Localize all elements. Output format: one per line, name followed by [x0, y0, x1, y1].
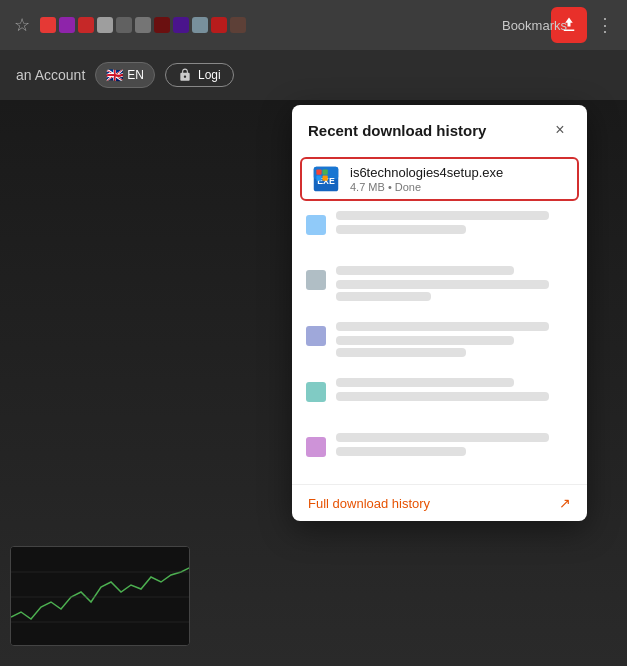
blurred-line — [336, 378, 514, 387]
svg-rect-8 — [323, 169, 328, 174]
download-item-blurred-1[interactable] — [292, 203, 587, 258]
theme-dot-slate — [192, 17, 208, 33]
panel-close-button[interactable]: × — [549, 119, 571, 141]
exe-file-icon: EXE — [312, 165, 340, 193]
flag-icon: 🇬🇧 — [106, 67, 123, 83]
theme-dot-purple — [59, 17, 75, 33]
language-button[interactable]: 🇬🇧 EN — [95, 62, 155, 88]
panel-title: Recent download history — [308, 122, 486, 139]
browser-navbar: an Account 🇬🇧 EN Logi — [0, 50, 627, 100]
svg-rect-10 — [323, 176, 328, 181]
blurred-line — [336, 322, 549, 331]
theme-dot-gray1 — [97, 17, 113, 33]
chart-thumbnail — [10, 546, 190, 646]
blurred-line — [336, 336, 514, 345]
blurred-line — [336, 433, 549, 442]
login-label: Logi — [198, 68, 221, 82]
blurred-line — [336, 348, 466, 357]
download-item-blurred-5[interactable] — [292, 425, 587, 480]
blurred-lines-4 — [336, 378, 573, 406]
theme-dot-darkred — [78, 17, 94, 33]
blurred-line — [336, 292, 431, 301]
blurred-icon-3 — [306, 326, 326, 346]
theme-colors — [40, 17, 246, 33]
blurred-line — [336, 225, 466, 234]
download-item-name: is6technologies4setup.exe — [350, 165, 567, 180]
external-link-icon[interactable]: ↗ — [559, 495, 571, 511]
blurred-icon-4 — [306, 382, 326, 402]
download-item-meta: 4.7 MB • Done — [350, 181, 567, 193]
svg-rect-9 — [316, 176, 321, 181]
theme-dot-gray3 — [135, 17, 151, 33]
account-text: an Account — [16, 67, 85, 83]
download-item-highlighted[interactable]: EXE is6technologies4setup.exe 4.7 MB • D… — [300, 157, 579, 201]
bookmarks-label: Bookmarks — [502, 18, 567, 33]
theme-dot-violet — [173, 17, 189, 33]
theme-dot-brown — [230, 17, 246, 33]
blurred-icon-1 — [306, 215, 326, 235]
download-item-blurred-4[interactable] — [292, 370, 587, 425]
blurred-icon-5 — [306, 437, 326, 457]
blurred-line — [336, 447, 466, 456]
lang-label: EN — [127, 68, 144, 82]
blurred-line — [336, 211, 549, 220]
browser-toolbar: ☆ ⋮ Bookmarks — [0, 0, 627, 50]
svg-rect-0 — [11, 547, 190, 646]
login-button[interactable]: Logi — [165, 63, 234, 87]
blurred-line — [336, 266, 514, 275]
panel-header: Recent download history × — [292, 105, 587, 151]
blurred-lines-2 — [336, 266, 573, 306]
download-list[interactable]: EXE is6technologies4setup.exe 4.7 MB • D… — [292, 151, 587, 484]
download-item-blurred-3[interactable] — [292, 314, 587, 370]
full-history-link[interactable]: Full download history — [308, 496, 430, 511]
bookmark-star-icon[interactable]: ☆ — [8, 11, 36, 39]
theme-dot-maroon — [154, 17, 170, 33]
blurred-line — [336, 392, 549, 401]
menu-button[interactable]: ⋮ — [591, 11, 619, 39]
blurred-lines-5 — [336, 433, 573, 461]
download-item-blurred-2[interactable] — [292, 258, 587, 314]
theme-dot-gray2 — [116, 17, 132, 33]
blurred-line — [336, 280, 549, 289]
download-item-info: is6technologies4setup.exe 4.7 MB • Done — [350, 165, 567, 193]
theme-dot-red2 — [211, 17, 227, 33]
blurred-icon-2 — [306, 270, 326, 290]
blurred-lines-3 — [336, 322, 573, 362]
page-background: Recent download history × EXE — [0, 100, 627, 666]
blurred-lines-1 — [336, 211, 573, 239]
svg-rect-7 — [316, 169, 321, 174]
panel-footer: Full download history ↗ — [292, 484, 587, 521]
download-panel: Recent download history × EXE — [292, 105, 587, 521]
theme-dot-red — [40, 17, 56, 33]
